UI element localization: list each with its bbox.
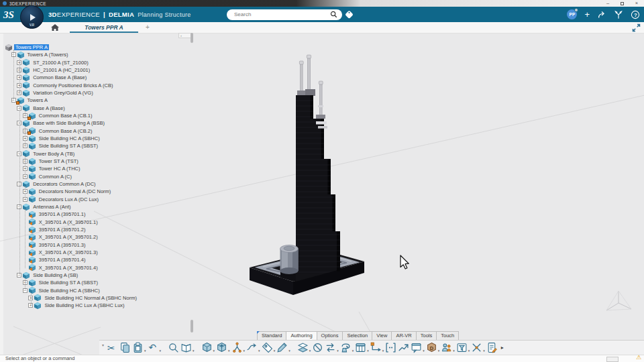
tree-item[interactable]: +Variation Grey/Gold A (VG) bbox=[4, 89, 191, 97]
edit-tool-button[interactable]: ▾ bbox=[276, 342, 290, 353]
table-window-dropdown-arrow[interactable]: ▾ bbox=[367, 348, 369, 353]
tree-item-label[interactable]: Side Building HC Normal A (SBHC Norm) bbox=[43, 295, 138, 301]
share-icon[interactable] bbox=[597, 10, 606, 19]
tree-item-label[interactable]: Common A (C) bbox=[38, 174, 73, 180]
tree-item[interactable]: 395701 A (395701.2) bbox=[4, 226, 191, 233]
tree-item[interactable]: +Decorators Normal A (DC Norm) bbox=[4, 188, 191, 195]
tree-item[interactable]: +ST_21000 A (ST_21000) bbox=[4, 59, 191, 66]
expand-view-icon[interactable] bbox=[631, 23, 641, 33]
tree-item[interactable]: +Common Base A (Base) bbox=[4, 74, 191, 81]
tree-item-label[interactable]: Tower Body A (TB) bbox=[32, 151, 76, 157]
tree-item-label[interactable]: Decorators Lux A (DC Lux) bbox=[38, 196, 100, 202]
tree-item-label[interactable]: ST_21000 A (ST_21000) bbox=[32, 60, 90, 66]
minimize-button[interactable]: – bbox=[600, 0, 615, 7]
tree-item-label[interactable]: 395701 A (395701.4) bbox=[38, 257, 87, 263]
search-input[interactable] bbox=[227, 11, 330, 17]
ribbon-tab-options[interactable]: Options bbox=[317, 331, 343, 340]
tree-item[interactable]: +Decorators Lux A (DC Lux) bbox=[4, 196, 191, 203]
tree-item-label[interactable]: Side Building ST A (SBST) bbox=[38, 280, 99, 286]
cut-tool-button[interactable]: ✂ bbox=[107, 342, 118, 353]
copy-tool-button[interactable] bbox=[119, 342, 131, 353]
user-avatar[interactable]: PP bbox=[567, 9, 577, 19]
tree-item[interactable]: −Base A (Base) bbox=[4, 105, 191, 112]
tree-item-label[interactable]: Tower HC A (THC) bbox=[38, 166, 82, 172]
tree-item-label[interactable]: Towers A (Towers) bbox=[26, 52, 70, 58]
tree-item-label[interactable]: 395701 A (395701.2) bbox=[38, 227, 87, 233]
catalog-tool-button[interactable]: ▾ bbox=[180, 342, 195, 353]
add-button[interactable]: + bbox=[584, 7, 590, 22]
tree-item[interactable]: +HC_21001 A (HC_21001) bbox=[4, 66, 191, 74]
tree-item[interactable]: X_395701 A (X_395701.2) bbox=[4, 233, 191, 241]
tree-item[interactable]: X_395701 A (X_395701.1) bbox=[4, 219, 191, 226]
cube-d-dropdown-arrow[interactable]: ▾ bbox=[438, 348, 440, 353]
table-window-tool-button[interactable]: ▾ bbox=[355, 342, 369, 353]
tree-item-label[interactable]: Towers A bbox=[26, 97, 49, 103]
tree-item[interactable]: −Base with Side Building A (BSB) bbox=[4, 119, 191, 127]
tree-item-label[interactable]: Side Building ST A (SBST) bbox=[38, 143, 99, 149]
report-tool-button[interactable] bbox=[486, 342, 498, 353]
cube-d-tool-button[interactable]: D▾ bbox=[426, 342, 440, 353]
ribbon-tab-authoring[interactable]: Authoring bbox=[286, 331, 317, 340]
tree-item-label[interactable]: Variation Grey/Gold A (VG) bbox=[32, 90, 94, 96]
undo-dropdown-arrow[interactable]: ▾ bbox=[160, 348, 162, 353]
tag-icon[interactable] bbox=[343, 9, 355, 20]
tree-item[interactable]: +Tower HC A (THC) bbox=[4, 165, 191, 172]
close-button[interactable]: × bbox=[629, 0, 644, 7]
swap-dropdown-arrow[interactable]: ▾ bbox=[337, 348, 339, 353]
app-compass-icon[interactable]: V.R bbox=[20, 5, 44, 29]
tree-item[interactable]: 395701 A (395701.1) bbox=[4, 210, 191, 218]
tree-item[interactable]: +Side Building HC Normal A (SBHC Norm) bbox=[4, 294, 191, 302]
help-icon[interactable]: ? bbox=[631, 10, 640, 19]
product-cube-tool-button[interactable]: ▾ bbox=[201, 342, 215, 353]
tree-item-label[interactable]: X_395701 A (X_395701.4) bbox=[38, 265, 99, 271]
search-tool-button[interactable] bbox=[168, 342, 179, 353]
ribbon-tab-standard[interactable]: Standard bbox=[257, 331, 286, 340]
tree-item-label[interactable]: Base with Side Building A (BSB) bbox=[32, 120, 106, 126]
tree-item-label[interactable]: X_395701 A (X_395701.3) bbox=[38, 249, 99, 255]
layers-tool-button[interactable]: ▾ bbox=[297, 342, 311, 353]
tree-item-label[interactable]: HC_21001 A (HC_21001) bbox=[32, 67, 91, 73]
connector-dropdown-arrow[interactable]: ▾ bbox=[382, 348, 384, 353]
search-icon[interactable] bbox=[330, 11, 337, 18]
ribbon-tab-touch[interactable]: Touch bbox=[436, 331, 459, 340]
tree-item-label[interactable]: Common Base A (CB.2) bbox=[38, 128, 94, 134]
ribbon-tab-tools[interactable]: Tools bbox=[416, 331, 437, 340]
tree-item-label[interactable]: Common Base A (CB.1) bbox=[38, 113, 94, 119]
tree-scroll-left-arrow[interactable]: ‹ bbox=[178, 33, 191, 38]
catalog-dropdown-arrow[interactable]: ▾ bbox=[193, 348, 195, 353]
tree-item[interactable]: +Side Building HC A (SBHC) bbox=[4, 135, 191, 142]
tree-item-label[interactable]: Decorators Normal A (DC Norm) bbox=[38, 188, 113, 194]
tree-item[interactable]: −Side Building HC A (SBHC) bbox=[4, 287, 191, 294]
tree-vscroll-thumb-bottom[interactable] bbox=[191, 320, 193, 333]
tree-item[interactable]: −Towers A bbox=[4, 97, 191, 104]
tree-item-label[interactable]: Decorators Common A (DC) bbox=[32, 181, 97, 187]
tree-item[interactable]: +Common Base A (CB.2) bbox=[4, 127, 191, 135]
connector-tool-button[interactable]: ▾ bbox=[370, 342, 384, 353]
tree-item-label[interactable]: Side Building A (SB) bbox=[32, 272, 79, 278]
sequence-tool-button[interactable] bbox=[398, 342, 409, 353]
paste-dropdown-arrow[interactable]: ▾ bbox=[144, 348, 146, 353]
swap-tool-button[interactable]: ▾ bbox=[325, 342, 339, 353]
tree-item[interactable]: +Tower ST A (TST) bbox=[4, 158, 191, 165]
compass-menu-icon[interactable] bbox=[614, 10, 623, 19]
undo-tool-button[interactable]: ↶▾ bbox=[148, 342, 162, 353]
tree-item-label[interactable]: Commonly Positioned Bricks A (CB) bbox=[32, 82, 114, 88]
insert-existing-dropdown-arrow[interactable]: ▾ bbox=[228, 348, 230, 353]
tree-item[interactable]: −Antennas A (Ant) bbox=[4, 203, 191, 210]
link-tool-button[interactable]: ▾ bbox=[262, 342, 276, 353]
people-tool-button[interactable]: ▾ bbox=[441, 342, 455, 353]
tree-item[interactable]: +Common A (C) bbox=[4, 173, 191, 180]
tree-item[interactable]: X_395701 A (X_395701.4) bbox=[4, 264, 191, 272]
tree-item[interactable]: 395701 A (395701.3) bbox=[4, 241, 191, 249]
search-bar[interactable] bbox=[227, 9, 342, 20]
flow-dropdown-arrow[interactable]: ▾ bbox=[258, 348, 260, 353]
tree-item[interactable]: +Side Building ST A (SBST) bbox=[4, 279, 191, 286]
tree-item[interactable]: 395701 A (395701.4) bbox=[4, 256, 191, 263]
home-icon[interactable] bbox=[51, 24, 59, 32]
tree-item-label[interactable]: Side Building HC A (SBHC) bbox=[38, 288, 101, 294]
ribbon-tab-view[interactable]: View bbox=[372, 331, 392, 340]
filter-tool-button[interactable]: ▾ bbox=[456, 342, 470, 353]
tree-item-label[interactable]: Towers PPR A bbox=[14, 44, 49, 50]
tree-item[interactable]: +Common Base A (CB.1) bbox=[4, 112, 191, 119]
tab-towers-ppr-a[interactable]: Towers PPR A bbox=[67, 22, 141, 34]
